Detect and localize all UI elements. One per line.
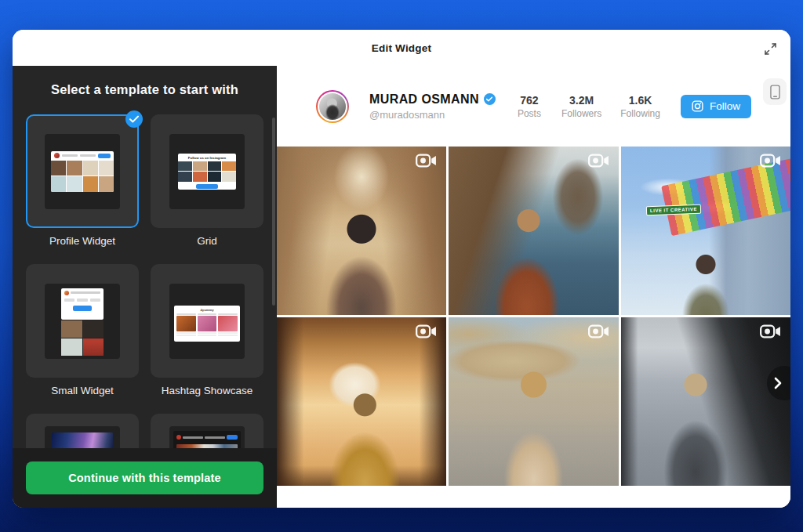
template-thumbnail-art xyxy=(45,284,120,359)
follow-label: Follow xyxy=(710,100,740,112)
template-sidebar: Select a template to start with xyxy=(13,66,277,508)
template-thumbnail-art xyxy=(45,134,120,209)
post-photo-3[interactable]: LIVE IT CREATIVE xyxy=(621,147,790,315)
selected-check-icon xyxy=(125,110,143,128)
profile-name: MURAD OSMANN xyxy=(369,92,479,107)
template-thumbnail: Follow us on Instagram xyxy=(169,134,245,209)
template-item-grid: Follow us on Instagram Grid xyxy=(151,114,263,264)
instagram-icon xyxy=(692,100,703,112)
profile-handle: @muradosmann xyxy=(369,109,496,121)
template-card-profile-widget[interactable] xyxy=(26,114,139,228)
template-card-hashtag-showcase[interactable]: #yummy xyxy=(151,264,263,378)
template-thumbnail xyxy=(45,284,120,359)
profile-header: MURAD OSMANN @muradosmann 762 Posts 3.2M xyxy=(277,66,790,147)
hashtag-caption: #yummy xyxy=(186,308,229,312)
stat-following: 1.6K Following xyxy=(620,94,660,119)
post-photo-1[interactable] xyxy=(277,147,446,315)
video-icon xyxy=(588,324,609,338)
verified-icon xyxy=(484,93,496,105)
phone-icon xyxy=(770,85,780,100)
chevron-right-icon xyxy=(774,377,782,389)
template-card-grid[interactable]: Follow us on Instagram xyxy=(151,114,263,228)
post-photo-2[interactable] xyxy=(449,147,618,315)
template-item-profile-widget: Profile Widget xyxy=(26,114,139,264)
template-label: Profile Widget xyxy=(49,234,115,248)
template-thumbnail: #yummy xyxy=(169,284,245,359)
template-thumbnail xyxy=(45,134,120,209)
avatar[interactable] xyxy=(316,90,349,123)
template-thumbnail-art: #yummy xyxy=(169,284,245,359)
widget-preview: MURAD OSMANN @muradosmann 762 Posts 3.2M xyxy=(277,66,790,508)
expand-button[interactable] xyxy=(760,38,780,59)
modal-header: Edit Widget xyxy=(13,30,790,66)
post-photo-4[interactable] xyxy=(277,317,446,486)
mobile-preview-button[interactable] xyxy=(763,78,787,105)
video-icon xyxy=(760,154,781,168)
template-label: Grid xyxy=(197,234,217,248)
continue-button[interactable]: Continue with this template xyxy=(26,461,263,494)
follow-button[interactable]: Follow xyxy=(681,95,751,118)
stat-posts: 762 Posts xyxy=(516,94,543,119)
template-label: Hashtag Showcase xyxy=(162,384,253,398)
sidebar-footer: Continue with this template xyxy=(13,448,277,508)
template-item-small-widget: Small Widget xyxy=(26,264,139,414)
sidebar-heading: Select a template to start with xyxy=(20,82,269,97)
post-photo-6[interactable] xyxy=(621,317,790,486)
page-title: Edit Widget xyxy=(372,42,431,54)
profile-identity: MURAD OSMANN @muradosmann xyxy=(369,92,496,121)
template-thumbnail-art: Follow us on Instagram xyxy=(169,134,245,209)
expand-arrows-icon xyxy=(763,42,778,56)
sidebar-scrollbar[interactable] xyxy=(272,118,275,306)
modal-body: Select a template to start with xyxy=(13,66,790,508)
video-icon xyxy=(416,324,437,338)
stat-followers: 3.2M Followers xyxy=(561,94,601,119)
post-photo-5[interactable] xyxy=(449,317,618,486)
template-card-small-widget[interactable] xyxy=(26,264,139,378)
street-sign: LIVE IT CREATIVE xyxy=(646,204,701,215)
edit-widget-modal: Edit Widget Select a template to start w… xyxy=(13,30,790,508)
rainbow-mural xyxy=(661,155,790,236)
template-label: Small Widget xyxy=(51,384,114,398)
video-icon xyxy=(588,154,609,168)
avatar-photo xyxy=(318,92,347,121)
video-icon xyxy=(416,154,437,168)
video-icon xyxy=(760,324,781,338)
grid-caption: Follow us on Instagram xyxy=(186,155,227,159)
template-item-hashtag-showcase: #yummy Hashtag Showcase xyxy=(151,264,263,414)
profile-stats: 762 Posts 3.2M Followers 1.6K Following xyxy=(516,94,660,119)
photo-grid: LIVE IT CREATIVE xyxy=(277,147,790,486)
